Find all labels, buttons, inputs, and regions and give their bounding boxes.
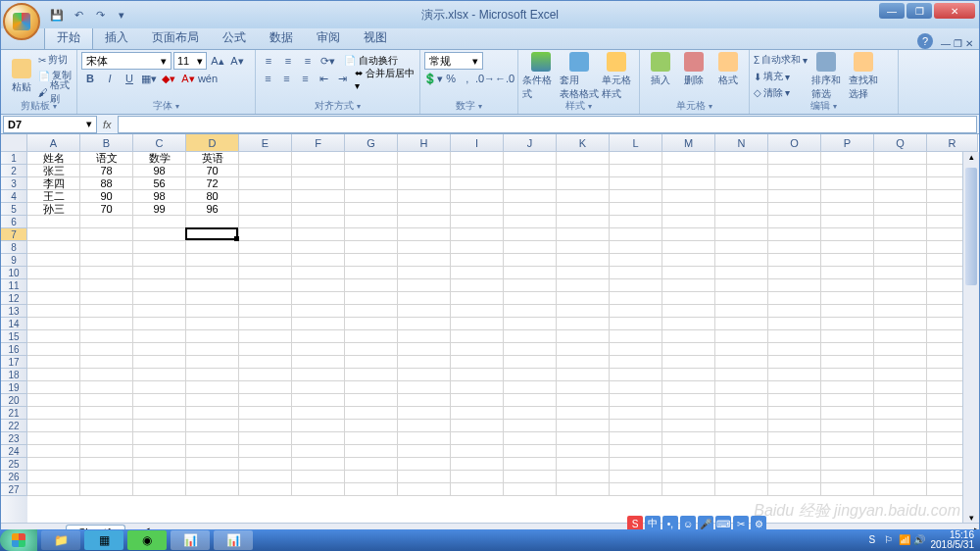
cell[interactable] (557, 381, 610, 394)
phonetic-button[interactable]: wén (199, 71, 217, 86)
cell[interactable] (768, 177, 821, 190)
cell[interactable] (451, 471, 504, 483)
cell[interactable] (186, 254, 239, 267)
cell[interactable] (874, 292, 927, 305)
column-header-R[interactable]: R (927, 134, 978, 152)
cut-button[interactable]: ✂ 剪切 (38, 52, 73, 68)
cell[interactable] (186, 445, 239, 458)
cell[interactable] (292, 305, 345, 318)
cell[interactable] (821, 152, 874, 165)
cell[interactable] (610, 356, 662, 369)
cell[interactable]: 72 (186, 177, 239, 190)
merge-center-button[interactable]: ⬌ 合并后居中▾ (355, 67, 416, 91)
cell-styles-button[interactable]: 单元格 样式 (599, 52, 636, 101)
cell[interactable] (292, 381, 345, 394)
cell[interactable] (874, 190, 927, 203)
cell[interactable] (451, 152, 504, 165)
cell[interactable] (504, 152, 557, 165)
cell[interactable] (80, 305, 133, 318)
column-header-E[interactable]: E (239, 134, 292, 152)
italic-button[interactable]: I (101, 71, 119, 86)
cell[interactable] (715, 241, 768, 254)
cell[interactable] (610, 483, 662, 496)
cell[interactable] (80, 369, 133, 381)
cell[interactable] (186, 458, 239, 471)
cell[interactable] (133, 305, 186, 318)
cell[interactable] (557, 292, 610, 305)
tray-icons[interactable]: S ⚐ 📶 🔊 (869, 534, 925, 546)
cell[interactable] (292, 343, 345, 356)
cell[interactable] (27, 445, 80, 458)
qat-dropdown-icon[interactable]: ▾ (113, 6, 130, 24)
cell[interactable] (662, 458, 715, 471)
cell[interactable] (398, 318, 451, 330)
cell[interactable] (398, 177, 451, 190)
cell[interactable] (451, 381, 504, 394)
cell[interactable] (768, 292, 821, 305)
row-header-4[interactable]: 4 (1, 190, 27, 203)
cell[interactable] (186, 279, 239, 292)
cell[interactable] (27, 241, 80, 254)
delete-cells-button[interactable]: 删除 (677, 52, 710, 87)
cell[interactable] (504, 190, 557, 203)
cell[interactable] (345, 165, 398, 177)
cell[interactable]: 英语 (186, 152, 239, 165)
cell[interactable] (715, 318, 768, 330)
cell[interactable] (715, 445, 768, 458)
cell[interactable] (398, 228, 451, 241)
cell[interactable] (292, 228, 345, 241)
row-header-10[interactable]: 10 (1, 267, 27, 279)
cell[interactable] (874, 483, 927, 496)
redo-icon[interactable]: ↷ (91, 6, 109, 24)
formula-input[interactable] (118, 116, 977, 133)
cell[interactable]: 孙三 (27, 203, 80, 216)
taskbar-excel2[interactable]: 📊 (214, 530, 253, 550)
cell[interactable] (557, 407, 610, 420)
cell[interactable] (345, 305, 398, 318)
cell[interactable]: 96 (186, 203, 239, 216)
cell[interactable] (398, 381, 451, 394)
row-header-13[interactable]: 13 (1, 305, 27, 318)
orientation-icon[interactable]: ⟳▾ (318, 53, 336, 69)
cell[interactable] (662, 381, 715, 394)
cell[interactable]: 数学 (133, 152, 186, 165)
cell[interactable] (610, 330, 662, 343)
cell[interactable] (715, 483, 768, 496)
grow-font-icon[interactable]: A▴ (209, 53, 226, 69)
cell[interactable] (821, 267, 874, 279)
paste-button[interactable]: 粘贴 (5, 52, 38, 101)
cell[interactable]: 88 (80, 177, 133, 190)
cell[interactable] (557, 343, 610, 356)
fx-icon[interactable]: fx (103, 119, 112, 130)
cell[interactable] (768, 394, 821, 407)
cell[interactable] (821, 228, 874, 241)
cell[interactable] (715, 394, 768, 407)
column-header-C[interactable]: C (133, 134, 186, 152)
cell[interactable] (80, 471, 133, 483)
number-format-combo[interactable]: 常规▾ (424, 52, 483, 70)
cell[interactable] (345, 216, 398, 228)
bold-button[interactable]: B (81, 71, 99, 86)
cell[interactable]: 80 (186, 190, 239, 203)
cell[interactable] (662, 318, 715, 330)
cell[interactable] (27, 471, 80, 483)
cell[interactable] (874, 369, 927, 381)
cell[interactable] (610, 432, 662, 445)
cell[interactable] (239, 318, 292, 330)
tab-view[interactable]: 视图 (352, 26, 399, 49)
cell[interactable] (715, 203, 768, 216)
cell[interactable] (398, 216, 451, 228)
cell[interactable] (345, 267, 398, 279)
cell[interactable] (557, 356, 610, 369)
cell[interactable] (610, 228, 662, 241)
cell[interactable] (239, 458, 292, 471)
cell[interactable] (557, 216, 610, 228)
cell[interactable] (27, 483, 80, 496)
cell[interactable] (133, 216, 186, 228)
cell[interactable] (874, 445, 927, 458)
cell[interactable] (292, 420, 345, 432)
row-header-2[interactable]: 2 (1, 165, 27, 177)
cell[interactable] (504, 483, 557, 496)
cell[interactable] (398, 432, 451, 445)
cell[interactable] (239, 152, 292, 165)
